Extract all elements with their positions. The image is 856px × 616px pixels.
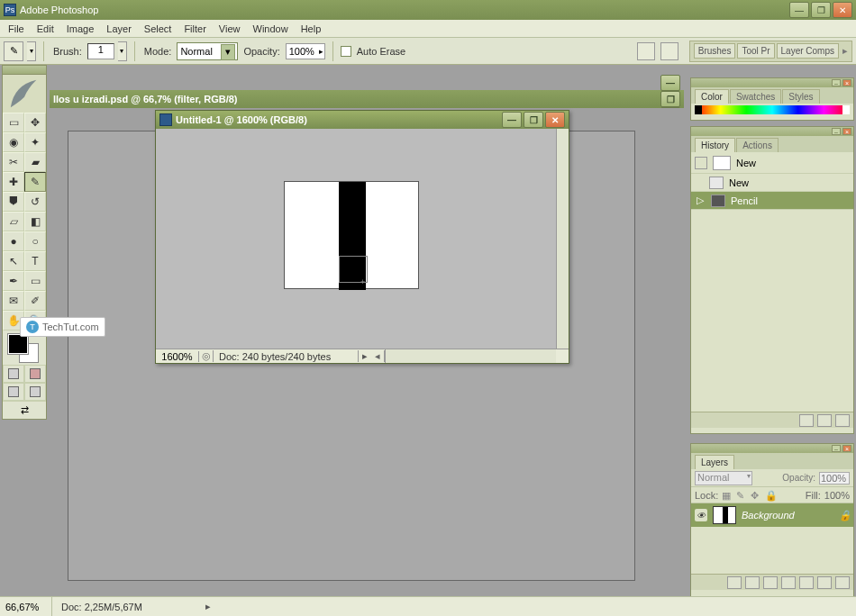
doc2-titlebar[interactable]: Untitled-1 @ 1600% (RGB/8) — ❐ ✕: [156, 111, 569, 129]
color-spectrum[interactable]: [695, 105, 850, 114]
blend-mode-dropdown[interactable]: Normal: [695, 471, 752, 485]
doc2-close-button[interactable]: ✕: [545, 112, 565, 128]
panel-close-icon[interactable]: ×: [842, 79, 851, 86]
doc1-titlebar[interactable]: llos u izradi.psd @ 66,7% (filter, RGB/8…: [50, 90, 684, 108]
menu-layer[interactable]: Layer: [100, 22, 138, 36]
new-snapshot-icon[interactable]: [817, 414, 832, 427]
panel-min-icon[interactable]: –: [832, 128, 841, 135]
minimize-button[interactable]: —: [789, 2, 809, 18]
doc2-zoom-field[interactable]: 1600%: [156, 351, 199, 362]
eraser-tool[interactable]: ▱: [3, 212, 24, 231]
gradient-tool[interactable]: ◧: [24, 212, 46, 231]
screen-standard[interactable]: [3, 383, 24, 401]
tool-preset-dropdown[interactable]: ▾: [27, 41, 36, 61]
dock-tab-toolpresets[interactable]: Tool Pr: [737, 43, 774, 59]
slice-tool[interactable]: ▰: [24, 152, 46, 172]
folder-icon[interactable]: [799, 576, 814, 589]
layer-opacity-field[interactable]: 100%: [819, 472, 850, 485]
tab-history[interactable]: History: [695, 138, 735, 152]
toolbox-grip[interactable]: [3, 66, 46, 75]
quickmask-mode[interactable]: [24, 365, 46, 383]
current-tool-icon[interactable]: ✎: [4, 41, 23, 61]
eyedropper-tool[interactable]: ✐: [24, 291, 46, 311]
lock-all-icon[interactable]: 🔒: [765, 490, 776, 501]
fx-icon[interactable]: [745, 576, 760, 589]
adjustment-icon[interactable]: [781, 576, 796, 589]
lasso-tool[interactable]: ◉: [3, 132, 24, 152]
trash-icon[interactable]: [835, 414, 850, 427]
tab-layers[interactable]: Layers: [695, 455, 734, 469]
menu-help[interactable]: Help: [295, 22, 328, 36]
healing-tool[interactable]: ✚: [3, 172, 24, 192]
pencil-tool[interactable]: ✎: [24, 172, 46, 192]
info-menu-icon[interactable]: ▸: [205, 601, 211, 612]
tab-actions[interactable]: Actions: [736, 138, 779, 152]
lock-position-icon[interactable]: ✥: [751, 490, 761, 501]
panel-close-icon[interactable]: ×: [842, 445, 851, 452]
jump-imageready[interactable]: ⇄: [3, 401, 46, 419]
foreground-color[interactable]: [8, 334, 28, 354]
dock-more-icon[interactable]: ▸: [842, 45, 848, 57]
stamp-tool[interactable]: ⛊: [3, 192, 24, 212]
crop-tool[interactable]: ✂: [3, 152, 24, 172]
menu-window[interactable]: Window: [247, 22, 295, 36]
tab-styles[interactable]: Styles: [782, 89, 819, 104]
autoerase-checkbox[interactable]: [341, 46, 351, 57]
doc2-scroll-left[interactable]: ◂: [370, 350, 385, 362]
doc2-viewport[interactable]: +: [156, 129, 556, 349]
menu-view[interactable]: View: [213, 22, 247, 36]
tab-swatches[interactable]: Swatches: [730, 89, 781, 104]
doc2-info-menu[interactable]: ▸: [358, 350, 370, 362]
menu-file[interactable]: File: [2, 22, 31, 36]
menu-select[interactable]: Select: [138, 22, 178, 36]
shape-tool[interactable]: ▭: [24, 271, 46, 291]
marquee-tool[interactable]: ▭: [3, 113, 24, 132]
doc2-hscrollbar[interactable]: [385, 349, 556, 363]
new-layer-icon[interactable]: [817, 576, 832, 589]
menu-filter[interactable]: Filter: [178, 22, 212, 36]
panel-min-icon[interactable]: –: [832, 445, 841, 452]
path-tool[interactable]: ↖: [3, 251, 24, 271]
doc2-canvas[interactable]: +: [284, 181, 419, 289]
move-tool[interactable]: ✥: [24, 113, 46, 132]
brush-size-field[interactable]: 1: [87, 43, 114, 59]
lock-paint-icon[interactable]: ✎: [736, 490, 747, 501]
tab-color[interactable]: Color: [695, 89, 729, 104]
screen-full-menu[interactable]: [24, 383, 46, 401]
panel-close-icon[interactable]: ×: [842, 128, 851, 135]
wand-tool[interactable]: ✦: [24, 132, 46, 152]
menu-edit[interactable]: Edit: [31, 22, 60, 36]
doc2-maximize-button[interactable]: ❐: [524, 112, 543, 128]
link-icon[interactable]: [727, 576, 742, 589]
history-snapshot[interactable]: New: [691, 152, 853, 174]
standard-mode[interactable]: [3, 365, 24, 383]
blend-mode-dropdown[interactable]: Normal: [177, 42, 238, 60]
mask-icon[interactable]: [763, 576, 778, 589]
trash-icon[interactable]: [835, 576, 850, 589]
opacity-field[interactable]: 100%: [286, 43, 325, 59]
blur-tool[interactable]: ●: [3, 231, 24, 251]
lock-transparent-icon[interactable]: ▦: [722, 490, 733, 501]
close-button[interactable]: ✕: [833, 2, 852, 18]
doc2-navigator-icon[interactable]: ◎: [199, 350, 214, 362]
pen-tool[interactable]: ✒: [3, 271, 24, 291]
notes-tool[interactable]: ✉: [3, 291, 24, 311]
dock-tab-brushes[interactable]: Brushes: [694, 43, 736, 59]
visibility-icon[interactable]: 👁: [695, 509, 707, 521]
history-step[interactable]: ▷ Pencil: [691, 192, 853, 210]
doc2-vscrollbar[interactable]: [556, 129, 569, 349]
snapshot-checkbox[interactable]: [695, 157, 707, 169]
type-tool[interactable]: T: [24, 251, 46, 271]
maximize-button[interactable]: ❐: [811, 2, 831, 18]
dock-tab-layercomps[interactable]: Layer Comps: [777, 43, 839, 59]
brush-dropdown[interactable]: ▾: [118, 41, 127, 61]
palette-icon[interactable]: [660, 42, 678, 60]
doc1-maximize-button[interactable]: ❐: [660, 91, 680, 107]
history-brush-tool[interactable]: ↺: [24, 192, 46, 212]
filebrowser-icon[interactable]: [637, 42, 655, 60]
doc2-minimize-button[interactable]: —: [502, 112, 522, 128]
layer-row[interactable]: 👁 Background 🔒: [691, 503, 853, 527]
dodge-tool[interactable]: ○: [24, 231, 46, 251]
new-doc-icon[interactable]: [799, 414, 814, 427]
layer-fill-field[interactable]: 100%: [824, 490, 850, 501]
